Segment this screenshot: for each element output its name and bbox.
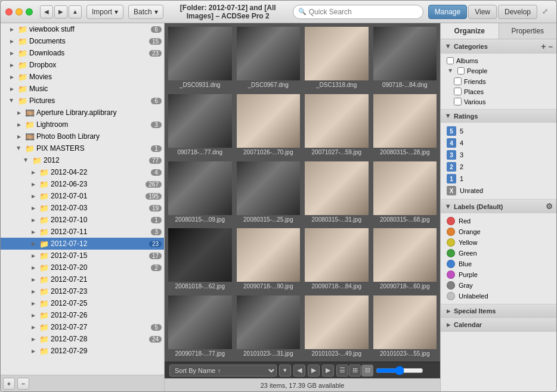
photo-cell-15[interactable]: 20090718-...60.jpg: [372, 227, 438, 292]
people-checkbox[interactable]: [457, 67, 465, 74]
arrow-d20120728[interactable]: ▶: [29, 335, 38, 343]
photo-cell-2[interactable]: _DSC1318.dng: [304, 26, 370, 91]
photo-cell-18[interactable]: 20101023-...49.jpg: [304, 294, 370, 359]
details-view-button[interactable]: ⊞: [349, 365, 361, 377]
arrow-downloads[interactable]: ▶: [8, 49, 16, 57]
photo-cell-19[interactable]: 20101023-...55.jpg: [372, 294, 438, 359]
photo-cell-14[interactable]: 20090718-...84.jpg: [304, 227, 370, 292]
tab-view[interactable]: View: [468, 5, 497, 19]
nav-next-button[interactable]: ▶: [308, 365, 320, 377]
close-button[interactable]: [5, 8, 13, 15]
arrow-pictures[interactable]: ▶: [8, 97, 16, 105]
arrow-aperture[interactable]: ▶: [15, 108, 23, 117]
nav-prev-button[interactable]: ◀: [293, 365, 305, 377]
sidebar-item-dropbox[interactable]: ▶📁Dropbox: [1, 59, 164, 71]
rating-3[interactable]: 3 3: [444, 149, 553, 161]
photo-cell-7[interactable]: 20080315-...28.jpg: [372, 93, 438, 158]
label-green[interactable]: Green: [444, 248, 553, 259]
sidebar-item-pictures[interactable]: ▶📁Pictures6: [1, 95, 164, 107]
arrow-lightroom[interactable]: ▶: [15, 120, 23, 129]
arrow-d20120725[interactable]: ▶: [29, 299, 38, 307]
tab-properties[interactable]: Properties: [499, 23, 557, 39]
arrow-movies[interactable]: ▶: [8, 73, 16, 81]
tab-manage[interactable]: Manage: [428, 5, 467, 19]
photo-cell-12[interactable]: 20081018-...62.jpg: [167, 227, 233, 292]
categories-add-button[interactable]: +: [541, 42, 546, 51]
sidebar-item-viewbook[interactable]: ▶📁viewbook stuff6: [1, 23, 164, 35]
arrow-documents[interactable]: ▶: [8, 37, 16, 45]
photo-cell-5[interactable]: 20071026-...70.jpg: [236, 93, 302, 158]
label-orange[interactable]: Orange: [444, 226, 553, 237]
albums-item[interactable]: Albums: [444, 56, 553, 66]
label-blue[interactable]: Blue: [444, 259, 553, 269]
photo-cell-11[interactable]: 20080315-...68.jpg: [372, 160, 438, 225]
photo-cell-13[interactable]: 20090718-...90.jpg: [236, 227, 302, 292]
arrow-d20120729[interactable]: ▶: [29, 347, 38, 355]
sidebar-item-d20120721[interactable]: ▶📁2012-07-21: [1, 273, 164, 285]
sort-select[interactable]: Sort By Name ↑ Sort By Name ↓ Sort By Da…: [169, 365, 277, 377]
sidebar-item-downloads[interactable]: ▶📁Downloads23: [1, 47, 164, 59]
sidebar-item-d20120715[interactable]: ▶📁2012-07-1517: [1, 250, 164, 262]
sidebar-item-movies[interactable]: ▶📁Movies: [1, 71, 164, 83]
photo-cell-4[interactable]: 090718-...77.dng: [167, 93, 233, 158]
labels-gear-button[interactable]: ⚙: [546, 202, 553, 211]
sidebar-item-d20120727[interactable]: ▶📁2012-07-275: [1, 321, 164, 333]
arrow-d20120701[interactable]: ▶: [29, 192, 38, 200]
sort-options-button[interactable]: ▾: [279, 365, 291, 377]
arrow-d20120703[interactable]: ▶: [29, 204, 38, 212]
arrow-photobooth[interactable]: ▶: [15, 132, 23, 141]
sidebar-item-d20120729[interactable]: ▶📁2012-07-29: [1, 345, 164, 357]
panel-scroll[interactable]: ▶ Categories + − Albums ▶ Peopl: [441, 39, 556, 391]
tab-develop[interactable]: Develop: [498, 5, 537, 19]
sidebar-item-aperture[interactable]: ▶🎞️Aperture Library.aplibrary: [1, 107, 164, 119]
sidebar-item-d20120711[interactable]: ▶📁2012-07-113: [1, 226, 164, 238]
sidebar-remove-button[interactable]: −: [17, 378, 29, 390]
photo-cell-16[interactable]: 20090718-...77.jpg: [167, 294, 233, 359]
sidebar-item-d20120623[interactable]: ▶📁2012-06-23267: [1, 178, 164, 190]
friends-checkbox[interactable]: [454, 77, 462, 85]
arrow-dropbox[interactable]: ▶: [8, 61, 16, 69]
special-items-header[interactable]: ▶ Special Items: [441, 304, 556, 318]
sidebar-item-y2012[interactable]: ▶📁201277: [1, 154, 164, 166]
sidebar-item-d20120422[interactable]: ▶📁2012-04-224: [1, 166, 164, 178]
arrow-d20120723[interactable]: ▶: [29, 287, 38, 295]
nav-up-button[interactable]: ▲: [69, 5, 82, 18]
label-purple[interactable]: Purple: [444, 269, 553, 280]
tab-organize[interactable]: Organize: [441, 23, 499, 39]
list-view-button[interactable]: ☰: [336, 365, 348, 377]
sidebar-item-d20120710[interactable]: ▶📁2012-07-101: [1, 214, 164, 226]
arrow-d20120712[interactable]: ▶: [29, 239, 38, 248]
photo-cell-3[interactable]: 090718-...84.dng: [372, 26, 438, 91]
arrow-d20120726[interactable]: ▶: [29, 311, 38, 319]
places-checkbox[interactable]: [454, 88, 462, 95]
arrow-d20120623[interactable]: ▶: [29, 180, 38, 188]
sidebar-item-d20120712[interactable]: ▶📁2012-07-1223: [1, 238, 164, 250]
batch-button[interactable]: Batch ▾: [128, 5, 163, 19]
sidebar-item-d20120728[interactable]: ▶📁2012-07-2824: [1, 333, 164, 345]
search-bar[interactable]: 🔍: [293, 5, 423, 19]
grid-view-button[interactable]: ⊟: [361, 365, 373, 377]
nav-forward-button[interactable]: ▶: [54, 5, 67, 18]
minimize-button[interactable]: [16, 8, 23, 15]
arrow-d20120720[interactable]: ▶: [29, 263, 38, 272]
ratings-header[interactable]: ▶ Ratings: [441, 110, 556, 123]
arrow-d20120715[interactable]: ▶: [29, 251, 38, 260]
sidebar-item-d20120701[interactable]: ▶📁2012-07-01195: [1, 190, 164, 202]
sidebar-item-d20120720[interactable]: ▶📁2012-07-202: [1, 262, 164, 273]
label-red[interactable]: Red: [444, 216, 553, 226]
thumb-size-slider[interactable]: [376, 366, 423, 375]
photo-cell-10[interactable]: 20080315-...31.jpg: [304, 160, 370, 225]
rating-1[interactable]: 1 1: [444, 173, 553, 185]
sidebar-item-d20120725[interactable]: ▶📁2012-07-25: [1, 297, 164, 309]
arrow-d20120710[interactable]: ▶: [29, 216, 38, 224]
photo-cell-0[interactable]: _DSC0931.dng: [167, 26, 233, 91]
import-button[interactable]: Import ▾: [86, 5, 123, 19]
sidebar-item-d20120703[interactable]: ▶📁2012-07-0319: [1, 202, 164, 214]
sidebar-item-d20120723[interactable]: ▶📁2012-07-23: [1, 285, 164, 297]
rating-2[interactable]: 2 2: [444, 161, 553, 173]
photo-cell-9[interactable]: 20080315-...25.jpg: [236, 160, 302, 225]
calendar-header[interactable]: ▶ Calendar: [441, 318, 556, 331]
resize-button[interactable]: ⤢: [542, 7, 552, 17]
maximize-button[interactable]: [26, 8, 33, 15]
various-item[interactable]: Various: [444, 97, 553, 107]
